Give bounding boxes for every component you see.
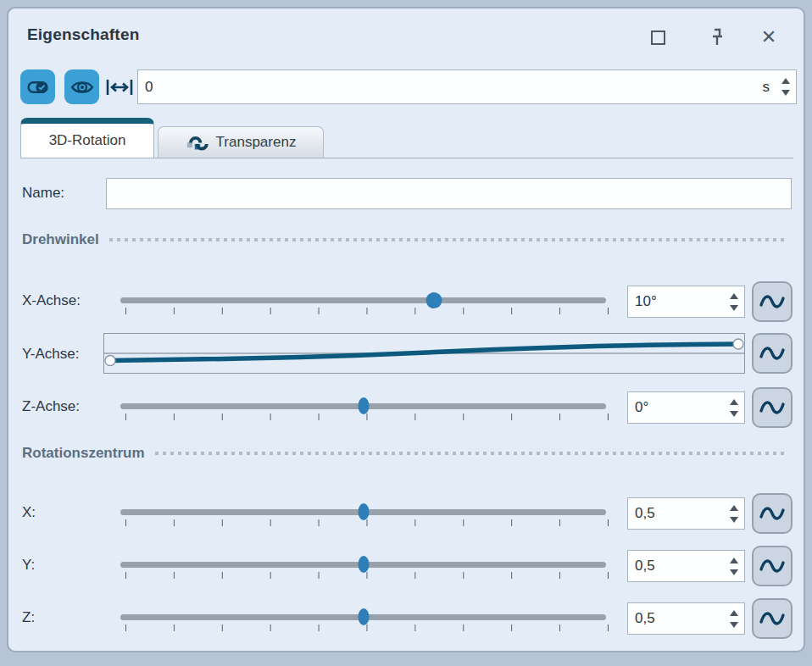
tab-transparenz[interactable]: Transparenz [158,126,324,158]
curve-end-handle[interactable] [733,339,743,349]
x-achse-slider-ticks [125,308,609,314]
float-window-button[interactable] [646,25,670,49]
center-x-spin-down-button[interactable] [730,517,738,523]
center-z-value-field [627,602,745,635]
y-achse-keyframe-curve [104,334,744,373]
sine-curve-icon [758,555,787,577]
x-achse-value-field [627,286,745,318]
time-spin-down-button[interactable] [781,90,790,96]
center-x-value-field [627,497,745,530]
time-input[interactable] [138,70,763,103]
close-icon: ✕ [761,28,776,47]
center-x-slider-thumb[interactable] [358,503,369,520]
z-achse-label: Z-Achse: [22,398,80,415]
center-x-value-input[interactable] [628,498,730,529]
z-achse-spin-down-button[interactable] [730,411,738,417]
z-achse-slider-ticks [125,413,609,420]
z-achse-spin-up-button[interactable] [730,399,738,405]
center-x-slider-ticks [125,519,609,526]
z-achse-slider-thumb[interactable] [358,397,369,414]
visibility-toggle-button[interactable] [64,69,99,104]
x-achse-spin-up-button[interactable] [730,293,738,299]
name-label: Name: [22,185,64,202]
center-y-spin-down-button[interactable] [730,569,738,575]
tab-3d-rotation-label: 3D-Rotation [49,132,126,149]
curve-start-handle[interactable] [105,356,115,366]
center-z-curve-button[interactable] [752,598,793,639]
time-field: s [137,69,797,104]
pin-icon [708,27,726,47]
center-z-spin-down-button[interactable] [730,622,738,628]
wave-icon [186,132,209,153]
x-achse-label: X-Achse: [22,292,81,309]
center-y-curve-button[interactable] [752,546,793,586]
center-y-spin-up-button[interactable] [730,558,738,563]
sine-curve-icon [758,291,787,313]
panel-title: Eigenschaften [27,25,139,44]
float-window-icon [651,31,665,45]
close-panel-button[interactable]: ✕ [757,25,781,49]
section-drehwinkel-title: Drehwinkel [22,231,99,248]
center-z-label: Z: [22,609,35,626]
tab-transparenz-label: Transparenz [216,134,297,151]
z-achse-curve-button[interactable] [752,387,793,428]
x-achse-value-input[interactable] [628,286,730,317]
time-unit-label: s [763,79,770,96]
y-achse-label: Y-Achse: [22,346,79,363]
sine-curve-icon [758,608,787,630]
y-achse-curve-button[interactable] [752,333,793,374]
center-y-label: Y: [22,557,35,574]
name-input[interactable] [107,179,791,208]
z-achse-slider[interactable] [120,403,606,409]
eye-icon [70,75,94,99]
center-y-slider[interactable] [120,562,606,568]
name-field [106,178,792,209]
section-rotationszentrum: Rotationszentrum [22,445,788,462]
properties-panel: Eigenschaften ✕ s [7,7,805,652]
x-achse-slider[interactable] [120,297,606,303]
center-y-value-field [627,550,745,582]
center-z-slider[interactable] [120,614,606,620]
center-x-label: X: [22,504,36,521]
horizontal-stretch-icon [103,75,136,99]
section-rotationszentrum-title: Rotationszentrum [22,445,145,462]
tab-bar-divider [20,158,793,158]
center-x-slider[interactable] [120,509,606,515]
time-spin-up-button[interactable] [781,78,790,84]
keyframe-animation-toggle-button[interactable] [20,69,55,104]
center-x-curve-button[interactable] [752,493,793,534]
x-achse-spin-down-button[interactable] [730,305,738,311]
sine-curve-icon [758,502,787,524]
center-z-value-input[interactable] [628,603,730,634]
x-achse-curve-button[interactable] [752,281,793,322]
z-achse-value-field [627,391,745,424]
sine-curve-icon [758,397,787,419]
section-divider [109,238,788,241]
stretch-duration-button[interactable] [103,75,136,100]
section-drehwinkel: Drehwinkel [22,231,788,248]
pin-panel-button[interactable] [705,25,729,49]
z-achse-value-input[interactable] [628,392,730,423]
center-x-spin-up-button[interactable] [730,505,738,511]
tab-3d-rotation[interactable]: 3D-Rotation [20,118,154,158]
center-z-spin-up-button[interactable] [730,610,738,616]
x-achse-slider-thumb[interactable] [426,292,442,308]
toggle-check-icon [26,75,49,98]
y-achse-curve-editor[interactable] [103,333,745,374]
center-z-slider-ticks [125,624,609,631]
center-y-value-input[interactable] [628,551,730,581]
center-y-slider-thumb[interactable] [358,556,369,573]
section-divider [155,452,789,455]
sine-curve-icon [758,342,787,364]
center-z-slider-thumb[interactable] [358,608,369,625]
center-y-slider-ticks [125,572,609,579]
